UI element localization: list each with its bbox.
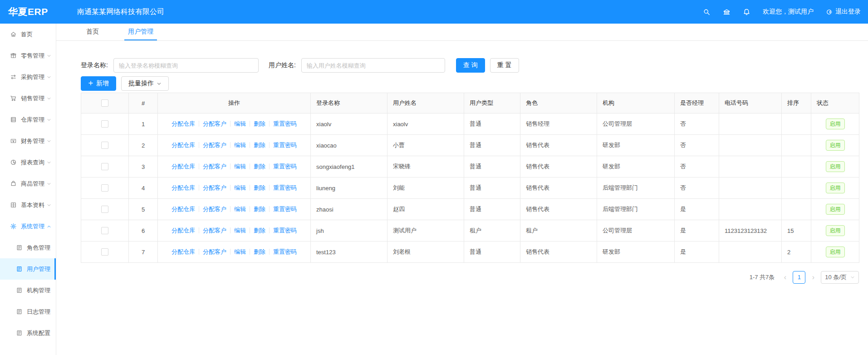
action-link-分配客户[interactable]: 分配客户 bbox=[203, 184, 226, 191]
cell-actions: 分配仓库分配客户编辑删除重置密码 bbox=[158, 135, 311, 156]
action-link-重置密码[interactable]: 重置密码 bbox=[273, 184, 297, 191]
action-link-编辑[interactable]: 编辑 bbox=[234, 206, 246, 212]
row-checkbox[interactable] bbox=[101, 184, 108, 192]
action-link-重置密码[interactable]: 重置密码 bbox=[273, 206, 297, 212]
sidebar-item-销售管理[interactable]: 销售管理 bbox=[0, 88, 56, 109]
action-divider bbox=[250, 206, 250, 212]
row-checkbox[interactable] bbox=[101, 142, 108, 149]
action-divider bbox=[250, 227, 250, 233]
cell-organization: 后端管理部门 bbox=[597, 199, 675, 220]
logout-button[interactable]: 退出登录 bbox=[826, 8, 861, 16]
action-link-编辑[interactable]: 编辑 bbox=[234, 142, 246, 148]
page-size-select[interactable]: 10 条/页 bbox=[821, 271, 859, 284]
page-number-button[interactable]: 1 bbox=[793, 271, 805, 284]
action-link-编辑[interactable]: 编辑 bbox=[234, 184, 246, 191]
action-link-重置密码[interactable]: 重置密码 bbox=[273, 142, 297, 148]
action-link-删除[interactable]: 删除 bbox=[254, 184, 265, 191]
cell-role: 销售代表 bbox=[520, 178, 597, 199]
action-link-分配仓库[interactable]: 分配仓库 bbox=[172, 163, 195, 170]
cell-login-name: jsh bbox=[311, 220, 387, 242]
action-link-重置密码[interactable]: 重置密码 bbox=[273, 248, 297, 255]
sidebar-item-财务管理[interactable]: 财务管理 bbox=[0, 130, 56, 152]
bank-icon[interactable] bbox=[723, 8, 731, 16]
sidebar-item-报表查询[interactable]: 报表查询 bbox=[0, 152, 56, 173]
action-divider bbox=[269, 185, 270, 191]
action-link-删除[interactable]: 删除 bbox=[254, 142, 265, 148]
action-link-删除[interactable]: 删除 bbox=[254, 120, 265, 127]
cell-organization: 公司管理层 bbox=[597, 113, 675, 135]
tab-首页[interactable]: 首页 bbox=[83, 24, 103, 40]
column-header-是否经理: 是否经理 bbox=[675, 93, 719, 113]
action-link-分配仓库[interactable]: 分配仓库 bbox=[172, 120, 195, 127]
sidebar-item-机构管理[interactable]: 机构管理 bbox=[0, 280, 56, 301]
prev-page-button[interactable]: ‹ bbox=[782, 273, 788, 281]
action-link-分配仓库[interactable]: 分配仓库 bbox=[172, 184, 195, 191]
cell-phone bbox=[719, 135, 782, 156]
action-divider bbox=[250, 249, 250, 255]
action-link-删除[interactable]: 删除 bbox=[254, 248, 265, 255]
sidebar-item-首页[interactable]: 首页 bbox=[0, 24, 56, 45]
sidebar-item-仓库管理[interactable]: 仓库管理 bbox=[0, 109, 56, 130]
login-name-input[interactable] bbox=[113, 58, 259, 73]
search-icon[interactable] bbox=[703, 8, 711, 16]
row-checkbox[interactable] bbox=[101, 248, 108, 256]
action-link-分配客户[interactable]: 分配客户 bbox=[203, 206, 226, 212]
sidebar-item-采购管理[interactable]: 采购管理 bbox=[0, 66, 56, 88]
action-link-删除[interactable]: 删除 bbox=[254, 206, 265, 212]
sidebar-item-角色管理[interactable]: 角色管理 bbox=[0, 237, 56, 258]
action-link-分配仓库[interactable]: 分配仓库 bbox=[172, 248, 195, 255]
action-link-编辑[interactable]: 编辑 bbox=[234, 248, 246, 255]
chevron-down-icon bbox=[47, 182, 51, 186]
action-link-分配仓库[interactable]: 分配仓库 bbox=[172, 206, 195, 212]
search-button[interactable]: 查 询 bbox=[456, 58, 485, 73]
action-link-编辑[interactable]: 编辑 bbox=[234, 227, 246, 234]
action-link-分配客户[interactable]: 分配客户 bbox=[203, 227, 226, 234]
action-link-重置密码[interactable]: 重置密码 bbox=[273, 163, 297, 170]
column-header-机构: 机构 bbox=[597, 93, 675, 113]
action-link-编辑[interactable]: 编辑 bbox=[234, 163, 246, 170]
sidebar-item-系统管理[interactable]: 系统管理 bbox=[0, 216, 56, 237]
action-link-分配仓库[interactable]: 分配仓库 bbox=[172, 142, 195, 148]
action-link-分配客户[interactable]: 分配客户 bbox=[203, 142, 226, 148]
action-divider bbox=[269, 249, 270, 255]
row-checkbox[interactable] bbox=[101, 120, 108, 128]
reset-button[interactable]: 重 置 bbox=[490, 58, 519, 73]
sidebar-item-系统配置[interactable]: 系统配置 bbox=[0, 322, 56, 344]
sidebar-item-label: 采购管理 bbox=[21, 73, 44, 81]
sidebar-item-商品管理[interactable]: 商品管理 bbox=[0, 173, 56, 194]
next-page-button[interactable]: › bbox=[810, 273, 816, 281]
select-all-checkbox[interactable] bbox=[101, 99, 108, 107]
cell-is-manager: 否 bbox=[675, 135, 719, 156]
cell-status: 启用 bbox=[811, 242, 859, 263]
sidebar-item-日志管理[interactable]: 日志管理 bbox=[0, 301, 56, 322]
action-link-重置密码[interactable]: 重置密码 bbox=[273, 227, 297, 234]
cell-select bbox=[81, 220, 129, 242]
row-checkbox[interactable] bbox=[101, 163, 108, 170]
action-link-分配客户[interactable]: 分配客户 bbox=[203, 248, 226, 255]
action-link-编辑[interactable]: 编辑 bbox=[234, 120, 246, 127]
logout-label: 退出登录 bbox=[835, 8, 861, 16]
row-checkbox[interactable] bbox=[101, 206, 108, 213]
tab-用户管理[interactable]: 用户管理 bbox=[124, 24, 157, 40]
row-checkbox[interactable] bbox=[101, 227, 108, 234]
sidebar-item-零售管理[interactable]: 零售管理 bbox=[0, 45, 56, 66]
sidebar-item-基本资料[interactable]: 基本资料 bbox=[0, 194, 56, 216]
chevron-down-icon bbox=[850, 275, 855, 280]
table-row: 3分配仓库分配客户编辑删除重置密码songxiaofeng1宋晓锋普通销售代表研… bbox=[81, 156, 859, 178]
action-link-重置密码[interactable]: 重置密码 bbox=[273, 120, 297, 127]
sidebar-item-用户管理[interactable]: 用户管理 bbox=[0, 258, 56, 280]
action-link-分配客户[interactable]: 分配客户 bbox=[203, 163, 226, 170]
user-name-input[interactable] bbox=[301, 58, 445, 73]
cell-select bbox=[81, 178, 129, 199]
action-link-删除[interactable]: 删除 bbox=[254, 227, 265, 234]
action-link-分配客户[interactable]: 分配客户 bbox=[203, 120, 226, 127]
action-link-删除[interactable]: 删除 bbox=[254, 163, 265, 170]
users-table-wrap: #操作登录名称用户姓名用户类型角色机构是否经理电话号码排序状态1分配仓库分配客户… bbox=[81, 93, 859, 263]
cell-phone bbox=[719, 113, 782, 135]
bell-icon[interactable] bbox=[743, 8, 750, 16]
chevron-down-icon bbox=[47, 75, 51, 79]
cell-is-manager: 是 bbox=[675, 220, 719, 242]
action-link-分配仓库[interactable]: 分配仓库 bbox=[172, 227, 195, 234]
batch-operations-button[interactable]: 批量操作 bbox=[121, 76, 169, 91]
add-button[interactable]: 新增 bbox=[81, 76, 116, 91]
